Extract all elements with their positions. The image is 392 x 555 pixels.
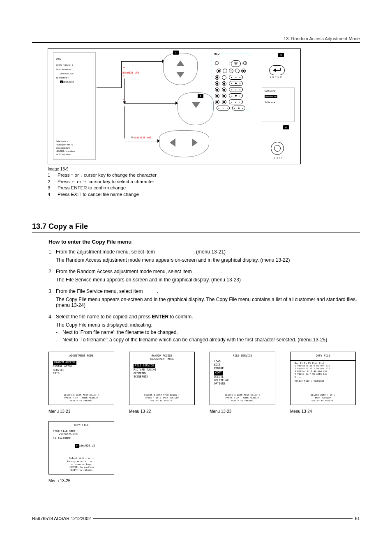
step-italic: Copy [144,288,156,294]
step-result: The Random Access adjustment mode menu a… [56,257,360,263]
menu-13-24: COPY FILE Src Fi Fa FV Ptot Ltot 1 video… [290,352,356,405]
menu-caption: Menu 13-25 [48,479,114,483]
step-number: 2. [48,269,56,285]
step-number: 3. [48,288,56,311]
menu-item: PICTURE TUNING [134,368,190,372]
menu-footer: Select a path from below : [53,394,110,396]
exit-button [271,142,284,155]
menu-caption: Menu 13-24 [290,409,356,414]
char-label-t: t [123,98,124,101]
menu-item: From file name : [53,430,110,433]
menu-13-22: RANDOM ACCESS ADJUSTMENT MODE FILE SERVI… [129,352,195,405]
legend-text: Press ← or → cursor key to select a char… [58,179,154,185]
menu-caption: Menu 13-23 [210,409,275,414]
menu-caption: Menu 13-22 [129,409,195,414]
triangle-right-icon [192,138,198,147]
menu-item: To filename : [53,437,110,440]
dash: - [56,337,62,343]
step-italic: File Service [193,269,219,274]
menu-selected: RANDOM ACCESS [53,361,76,365]
menu-title: ADJUSTMENT MODE [53,355,110,358]
menu-footer: Press ↑ or ↓ then <ENTER> [214,396,271,399]
menu-item: SCENERGIX [134,375,190,379]
enter-label: E N T E R [270,76,282,78]
osd-help-line: <ENTER> to confirm [56,150,93,153]
osd-line: EDIT/LOAD FILE [56,64,95,67]
step-result: The File Service menu appears on-screen … [56,277,360,283]
step-result: The Copy File menu appears on-screen and… [56,297,360,308]
menu-item: IRIS [53,372,110,375]
osd-line: video625.c05 [60,72,95,75]
menu-footer: <EXIT> to return. [214,399,271,402]
menu-item: DELETE ALL [214,379,271,382]
step-italic: Random Access [156,249,192,255]
char-filename-2: video625.c05 [134,136,151,139]
menu-item: LOAD [214,360,271,364]
menu-13-25: COPY FILE From file name : video625.c05 … [48,421,114,474]
menu-title: FILE SERVICE [214,355,271,358]
mini-title: EDIT/LOAD [265,90,292,92]
menu-footer: Select with ↑ or ↓ [295,394,351,396]
page-breadcrumb: 13. Random Access Adjustment Mode [32,36,360,42]
menu-item: INSTALLATION [53,365,110,368]
triangle-up-icon [176,60,184,66]
osd-highlight-char: v [60,81,63,83]
footer-left: R5976519 ACSAR 12122002 [32,516,91,521]
menu-footer: Select a path from below : [214,394,271,396]
menu-selected: COPY [214,371,223,375]
legend-text: Press ENTER to confirm change [58,185,126,191]
char-label-u: u [123,74,125,77]
mini-sel: Rename file [265,95,277,98]
step-number: 4. [48,314,56,343]
legend-num: 2 [48,179,58,185]
enter-arrow-icon [273,69,276,72]
menu-title: COPY FILE [53,424,110,427]
osd-help-line: or numeric keys [56,146,93,150]
osd-line: To filename : [56,76,95,79]
step-text: From the File Service menu, select item [56,288,144,294]
step-bold: ENTER [152,314,168,320]
menu-title: COPY FILE [295,355,351,358]
legend-num: 3 [48,185,58,191]
mouse-outline-2 [178,92,214,125]
char-filename: video625.c05 [121,71,139,74]
legend-text: Press EXIT to cancel file name change [58,191,139,198]
menu-footer: <EXIT> to return. [134,399,190,402]
step-text: . [220,269,221,274]
menu-item: GEOMETRY [134,372,190,375]
menu-13-21: ADJUSTMENT MODE RANDOM ACCESS INSTALLATI… [48,352,114,405]
step-text: . (menu 13-21) [193,249,226,255]
page-number: 61 [355,516,360,521]
menu-active: Active file : video625 [295,380,351,383]
menu-footer: Select a path from below : [134,394,190,396]
osd-title: OSD [56,58,95,60]
triangle-down-icon [192,102,200,108]
osd-help: Select with → Reprogram with ↑↓ or numer… [56,140,93,156]
step-number: 1. [48,249,56,265]
dash: - [56,329,62,335]
mini-line: To filename [265,101,292,104]
osd-line: video625.c3 [60,81,95,83]
osd-line: From file name : [56,68,95,71]
triangle-down-icon [176,72,184,78]
menu-footer: Press ↑ or ↓ then <ENTER> [134,396,190,399]
callout-badge-2: 2 [198,94,203,98]
menu-rows: 1 video625 15.6 50 944 625 2 Video525 15… [295,365,351,378]
step-text: From the Random Access adjustment mode m… [56,269,193,274]
char-label-w: w [123,66,125,69]
menu-selected: FILE SERVICE [134,364,155,368]
gray-char-chip: v [131,136,133,138]
mouse-outline-1 [163,53,198,85]
menu-item: OPTIONS [214,382,271,386]
exit-label: E X I T [274,157,283,159]
section-heading: 13.7 Copy a File [32,222,360,231]
dash-text: Next to 'From file name': the filename t… [62,329,178,335]
osd-rest: ideo625.c3 [63,81,74,83]
osd-help-line: <EXIT> to return [56,153,93,156]
osd-help-line: Select with → [56,140,93,143]
triangle-left-icon [170,138,175,147]
osd-panel: OSD EDIT/LOAD FILE From file name : vide… [53,52,96,160]
step-text: Select the file name to be copied and pr… [56,314,152,320]
menu-footer: <ENTER> to confirm [53,466,110,469]
menu-caption: Menu 13-21 [48,409,114,414]
